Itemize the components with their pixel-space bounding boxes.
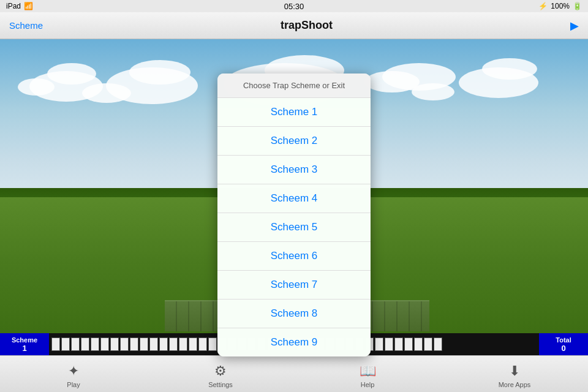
score-tick xyxy=(169,337,178,351)
scheme-popup: Choose Trap Scheme or Exit Scheme 1Schee… xyxy=(217,74,371,356)
score-tick xyxy=(375,337,383,351)
app-title: trapShoot xyxy=(281,19,333,32)
total-box: Total 0 xyxy=(539,333,588,355)
scheme-title: Scheme xyxy=(12,336,37,344)
popup-item-8[interactable]: Scheem 8 xyxy=(217,300,371,328)
total-value: 0 xyxy=(561,344,565,353)
device-label: iPad xyxy=(6,2,21,10)
scheme-label-box: Scheme 1 xyxy=(0,333,49,355)
battery-icon: 🔋 xyxy=(573,2,582,10)
popup-item-2[interactable]: Scheem 2 xyxy=(217,127,371,156)
tab-bar: ✦Play⚙Settings📖Help⬇More Apps xyxy=(0,355,588,392)
score-tick xyxy=(140,337,148,351)
scheme-nav-button[interactable]: Scheme xyxy=(9,20,43,31)
popup-header: Choose Trap Scheme or Exit xyxy=(217,74,371,98)
score-tick xyxy=(394,337,403,351)
play-icon: ✦ xyxy=(68,363,79,379)
battery-label: 100% xyxy=(551,2,570,10)
tab-more-apps[interactable]: ⬇More Apps xyxy=(441,360,588,388)
total-title: Total xyxy=(556,336,571,344)
status-right: ⚡ 100% 🔋 xyxy=(538,2,582,10)
popup-item-3[interactable]: Scheem 3 xyxy=(217,156,371,184)
score-tick xyxy=(159,337,168,351)
nav-bar: Scheme trapShoot ▶ xyxy=(0,12,588,39)
popup-item-6[interactable]: Scheem 6 xyxy=(217,242,371,271)
score-tick xyxy=(91,337,99,351)
score-tick xyxy=(120,337,129,351)
score-tick xyxy=(208,337,217,351)
score-tick xyxy=(404,337,413,351)
popup-item-9[interactable]: Scheem 9 xyxy=(217,328,371,356)
help-icon: 📖 xyxy=(360,363,376,379)
help-label: Help xyxy=(361,381,375,388)
score-tick xyxy=(424,337,432,351)
score-tick xyxy=(100,337,109,351)
score-tick xyxy=(81,337,89,351)
score-tick xyxy=(149,337,158,351)
score-tick xyxy=(110,337,119,351)
score-tick xyxy=(71,337,80,351)
popup-item-1[interactable]: Scheme 1 xyxy=(217,98,371,127)
scheme-value: 1 xyxy=(22,344,26,353)
score-tick xyxy=(198,337,207,351)
score-tick xyxy=(130,337,138,351)
score-tick xyxy=(61,337,70,351)
bluetooth-icon: ⚡ xyxy=(538,2,548,10)
wifi-icon: 📶 xyxy=(24,2,33,10)
score-tick xyxy=(434,337,442,351)
score-tick xyxy=(189,337,197,351)
popup-item-5[interactable]: Scheem 5 xyxy=(217,213,371,242)
tab-help[interactable]: 📖Help xyxy=(294,360,441,388)
more-apps-icon: ⬇ xyxy=(509,363,520,379)
status-time: 05:30 xyxy=(284,2,304,11)
score-tick xyxy=(385,337,393,351)
settings-icon: ⚙ xyxy=(214,363,227,379)
score-tick xyxy=(51,337,60,351)
status-left: iPad 📶 xyxy=(6,2,33,10)
play-nav-button[interactable]: ▶ xyxy=(570,19,579,32)
tab-play[interactable]: ✦Play xyxy=(0,360,147,388)
score-tick xyxy=(414,337,423,351)
popup-item-7[interactable]: Scheem 7 xyxy=(217,271,371,300)
popup-item-4[interactable]: Scheem 4 xyxy=(217,184,371,213)
status-bar: iPad 📶 05:30 ⚡ 100% 🔋 xyxy=(0,0,588,12)
score-tick xyxy=(179,337,187,351)
more-apps-label: More Apps xyxy=(499,381,531,388)
settings-label: Settings xyxy=(208,381,233,388)
tab-settings[interactable]: ⚙Settings xyxy=(147,360,294,388)
play-label: Play xyxy=(67,381,80,388)
